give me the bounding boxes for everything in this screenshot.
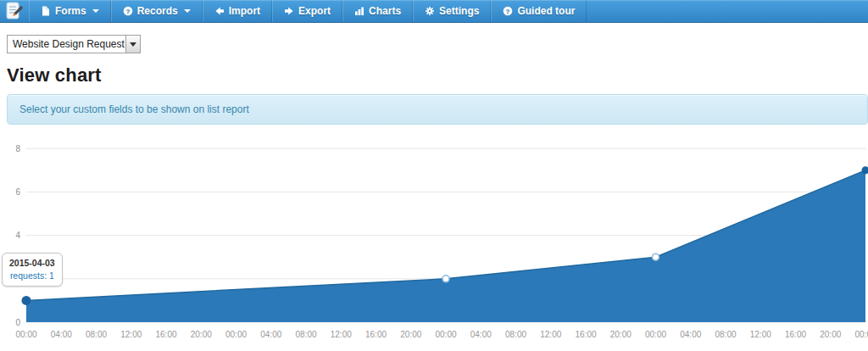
x-tick-label: 12:00 <box>331 330 352 339</box>
x-tick-label: 16:00 <box>365 330 387 339</box>
nav-item-label: Settings <box>439 5 479 17</box>
tooltip-date: 2015-04-03 <box>9 258 55 268</box>
gear-icon <box>425 6 435 16</box>
x-tick-label: 16:00 <box>575 330 596 339</box>
bar-chart-icon <box>354 6 364 16</box>
x-tick-label: 12:00 <box>120 330 142 339</box>
data-point-marker[interactable] <box>653 254 659 260</box>
page-content: Website Design Request View chart Select… <box>0 35 868 349</box>
notepad-pencil-icon <box>6 2 23 20</box>
nav-item-label: Guided tour <box>517 5 575 17</box>
question-icon: ? <box>123 6 133 16</box>
info-alert: Select your custom fields to be shown on… <box>7 94 868 125</box>
x-tick-label: 04:00 <box>680 330 701 339</box>
y-tick-label: 6 <box>15 187 20 197</box>
info-alert-text: Select your custom fields to be shown on… <box>19 103 249 115</box>
chevron-down-icon <box>130 42 136 47</box>
arrow-right-icon <box>284 6 294 16</box>
x-tick-label: 08:00 <box>86 330 107 339</box>
arrow-left-icon <box>214 6 225 16</box>
area-series-requests <box>26 170 865 322</box>
x-tick-label: 04:00 <box>260 330 281 339</box>
form-selector[interactable]: Website Design Request <box>7 35 141 53</box>
x-tick-label: 08:00 <box>295 330 316 339</box>
x-tick-label: 00:00 <box>225 330 247 339</box>
data-point-marker[interactable] <box>442 276 449 282</box>
x-tick-label: 12:00 <box>540 330 561 339</box>
x-tick-label: 12:00 <box>750 330 771 339</box>
nav-item-label: Forms <box>55 5 86 17</box>
nav-item-forms[interactable]: Forms <box>29 0 111 22</box>
x-tick-label: 04:00 <box>470 330 492 339</box>
y-tick-label: 0 <box>15 318 20 327</box>
x-tick-label: 16:00 <box>785 330 806 339</box>
nav-item-export[interactable]: Export <box>272 0 342 22</box>
form-selector-value: Website Design Request <box>8 38 125 50</box>
x-tick-label: 00:00 <box>854 330 868 339</box>
x-tick-label: 20:00 <box>400 330 421 339</box>
x-tick-label: 04:00 <box>51 330 72 339</box>
nav-item-charts[interactable]: Charts <box>342 0 413 22</box>
chart-tooltip: 2015-04-03 requests: 1 <box>2 253 63 287</box>
data-point-marker[interactable] <box>22 296 31 305</box>
page-title: View chart <box>7 64 868 86</box>
x-tick-label: 16:00 <box>155 330 176 339</box>
caret-down-icon <box>92 9 99 13</box>
nav-item-records[interactable]: ?Records <box>111 0 203 22</box>
x-tick-label: 20:00 <box>610 330 632 339</box>
requests-area-chart: 0246800:0004:0008:0012:0016:0020:0000:00… <box>7 136 868 349</box>
x-tick-label: 20:00 <box>820 330 841 339</box>
nav-item-import[interactable]: Import <box>203 0 272 22</box>
y-tick-label: 4 <box>15 231 20 240</box>
x-tick-label: 08:00 <box>505 330 526 339</box>
y-tick-label: 8 <box>15 144 20 153</box>
app-logo[interactable] <box>0 0 29 22</box>
x-tick-label: 08:00 <box>715 330 736 339</box>
top-navbar: Forms?RecordsImportExportChartsSettings?… <box>0 0 868 23</box>
file-icon <box>41 6 51 16</box>
x-tick-label: 00:00 <box>645 330 666 339</box>
nav-item-settings[interactable]: Settings <box>413 0 491 22</box>
tooltip-value: requests: 1 <box>9 270 55 281</box>
nav-item-label: Records <box>137 5 178 17</box>
svg-text:?: ? <box>125 8 130 15</box>
x-tick-label: 00:00 <box>435 330 456 339</box>
x-tick-label: 00:00 <box>15 330 36 339</box>
dropdown-arrow-button[interactable] <box>125 36 140 53</box>
x-tick-label: 20:00 <box>191 330 212 339</box>
caret-down-icon <box>184 9 191 13</box>
nav-item-label: Charts <box>369 5 401 17</box>
nav-item-label: Import <box>229 5 260 17</box>
nav-item-label: Export <box>298 5 331 17</box>
chart-canvas: 0246800:0004:0008:0012:0016:0020:0000:00… <box>7 136 868 349</box>
svg-text:?: ? <box>506 8 510 15</box>
nav-item-guided-tour[interactable]: ?Guided tour <box>491 0 587 22</box>
question-icon: ? <box>503 6 513 16</box>
